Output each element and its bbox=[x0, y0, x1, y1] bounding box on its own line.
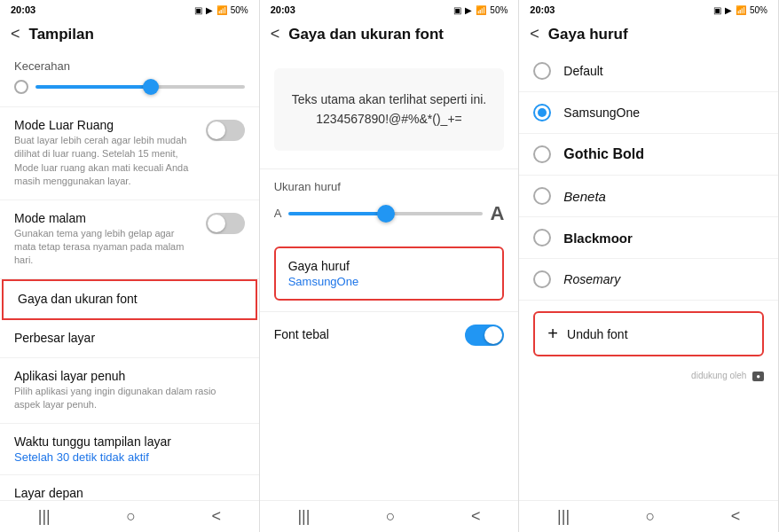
notification-icon: ▣ bbox=[194, 5, 202, 15]
mode-malam-row: Mode malam Gunakan tema yang lebih gelap… bbox=[0, 200, 259, 279]
perbesar-layar-title: Perbesar layar bbox=[14, 331, 245, 345]
didukung-label: didukung oleh bbox=[691, 371, 746, 380]
plus-icon: + bbox=[547, 324, 558, 344]
font-label-samsungone: SamsungOne bbox=[563, 106, 640, 120]
font-size-max-label: A bbox=[490, 202, 504, 225]
nav-bar-2: < Gaya dan ukuran font bbox=[260, 20, 519, 51]
mode-luar-ruang-row: Mode Luar Ruang Buat layar lebih cerah a… bbox=[0, 107, 259, 200]
media-icon-3: ▶ bbox=[725, 5, 732, 15]
notification-icon-2: ▣ bbox=[453, 5, 461, 15]
nav-home-btn-2[interactable]: ○ bbox=[386, 507, 396, 526]
galaxy-store-logo: ● bbox=[752, 372, 764, 381]
gaya-huruf-value: SamsungOne bbox=[288, 275, 491, 288]
status-time-3: 20:03 bbox=[530, 4, 555, 15]
font-size-slider: A A bbox=[274, 202, 505, 225]
font-size-section: Ukuran huruf A A bbox=[260, 168, 519, 236]
battery-icon-2: 50% bbox=[490, 5, 508, 15]
panel-gaya-font: 20:03 ▣ ▶ 📶 50% < Gaya dan ukuran font T… bbox=[260, 0, 520, 532]
battery-icon: 50% bbox=[231, 5, 248, 15]
font-preview-chars: 1234567890!@#%&*()_+= bbox=[288, 109, 491, 129]
back-button-2[interactable]: < bbox=[271, 25, 280, 43]
font-size-min-label: A bbox=[274, 207, 282, 220]
font-preview-text: Teks utama akan terlihat seperti ini. bbox=[288, 90, 491, 109]
mode-malam-title: Mode malam bbox=[14, 211, 195, 225]
wifi-icon-2: 📶 bbox=[476, 5, 486, 15]
mode-malam-desc: Gunakan tema yang lebih gelap agar mata … bbox=[14, 227, 195, 268]
nav-menu-btn-1[interactable]: ||| bbox=[38, 507, 51, 526]
waktu-tunggu-value: Setelah 30 detik tidak aktif bbox=[14, 450, 245, 464]
nav-menu-btn-3[interactable]: ||| bbox=[557, 507, 570, 526]
mode-luar-title: Mode Luar Ruang bbox=[14, 118, 195, 132]
unduh-font-box[interactable]: + Unduh font bbox=[533, 311, 764, 356]
nav-back-btn-1[interactable]: < bbox=[211, 507, 221, 526]
brightness-track bbox=[14, 80, 245, 94]
back-button-1[interactable]: < bbox=[11, 25, 20, 43]
aplikasi-layar-row[interactable]: Aplikasi layar penuh Pilih aplikasi yang… bbox=[0, 358, 259, 424]
page-title-3: Gaya huruf bbox=[548, 26, 628, 43]
gaya-font-row[interactable]: Gaya dan ukuran font bbox=[2, 279, 257, 320]
notification-icon-3: ▣ bbox=[713, 5, 721, 15]
radio-blackmoor bbox=[533, 229, 551, 246]
page-title-1: Tampilan bbox=[29, 26, 94, 43]
nav-bar-1: < Tampilan bbox=[0, 20, 259, 51]
panel-tampilan: 20:03 ▣ ▶ 📶 50% < Tampilan Kecerahan Mod… bbox=[0, 0, 260, 532]
bottom-nav-2: ||| ○ < bbox=[260, 500, 519, 532]
gaya-font-title: Gaya dan ukuran font bbox=[18, 292, 241, 306]
status-icons-3: ▣ ▶ 📶 50% bbox=[713, 5, 767, 15]
font-item-beneta[interactable]: Beneta bbox=[519, 176, 778, 217]
font-preview-box: Teks utama akan terlihat seperti ini. 12… bbox=[274, 68, 505, 151]
mode-luar-desc: Buat layar lebih cerah agar lebih mudah … bbox=[14, 134, 195, 189]
waktu-tunggu-title: Waktu tunggu tampilan layar bbox=[14, 434, 245, 449]
status-icons-2: ▣ ▶ 📶 50% bbox=[453, 5, 508, 15]
content-area-1: Kecerahan Mode Luar Ruang Buat layar leb… bbox=[0, 51, 259, 500]
aplikasi-layar-title: Aplikasi layar penuh bbox=[14, 369, 245, 383]
battery-icon-3: 50% bbox=[750, 5, 767, 15]
status-icons-1: ▣ ▶ 📶 50% bbox=[194, 5, 248, 15]
bottom-nav-1: ||| ○ < bbox=[0, 500, 259, 532]
font-size-label: Ukuran huruf bbox=[274, 180, 505, 193]
status-time-2: 20:03 bbox=[271, 4, 295, 15]
back-button-3[interactable]: < bbox=[530, 25, 539, 43]
layar-depan-title: Layar depan bbox=[14, 486, 245, 500]
font-item-samsungone[interactable]: SamsungOne bbox=[519, 92, 778, 134]
font-tebal-label: Font tebal bbox=[274, 327, 329, 341]
media-icon: ▶ bbox=[206, 5, 213, 15]
brightness-label: Kecerahan bbox=[14, 59, 245, 73]
font-item-default[interactable]: Default bbox=[519, 51, 778, 92]
nav-home-btn-1[interactable]: ○ bbox=[126, 507, 136, 526]
status-time-1: 20:03 bbox=[11, 4, 35, 15]
font-item-gothic-bold[interactable]: Gothic Bold bbox=[519, 134, 778, 176]
font-list: Default SamsungOne Gothic Bold Beneta Bl… bbox=[519, 51, 778, 500]
font-size-track[interactable] bbox=[288, 212, 483, 215]
nav-back-btn-3[interactable]: < bbox=[731, 507, 741, 526]
wifi-icon: 📶 bbox=[216, 5, 227, 15]
panel-gaya-huruf: 20:03 ▣ ▶ 📶 50% < Gaya huruf Default Sam… bbox=[519, 0, 779, 532]
waktu-tunggu-row[interactable]: Waktu tunggu tampilan layar Setelah 30 d… bbox=[0, 424, 259, 475]
mode-malam-text: Mode malam Gunakan tema yang lebih gelap… bbox=[14, 211, 206, 268]
page-title-2: Gaya dan ukuran font bbox=[288, 26, 444, 43]
font-size-thumb bbox=[377, 205, 395, 223]
font-item-blackmoor[interactable]: Blackmoor bbox=[519, 217, 778, 259]
mode-luar-toggle[interactable] bbox=[206, 120, 245, 141]
font-item-rosemary[interactable]: Rosemary bbox=[519, 259, 778, 301]
font-tebal-toggle[interactable] bbox=[465, 325, 504, 346]
brightness-thumb bbox=[143, 79, 159, 95]
nav-home-btn-3[interactable]: ○ bbox=[645, 507, 655, 526]
radio-gothic-bold bbox=[533, 145, 551, 163]
nav-back-btn-2[interactable]: < bbox=[471, 507, 481, 526]
mode-malam-toggle[interactable] bbox=[206, 213, 245, 234]
aplikasi-layar-desc: Pilih aplikasi yang ingin digunakan dala… bbox=[14, 385, 245, 412]
brightness-min-icon bbox=[14, 80, 28, 94]
status-bar-1: 20:03 ▣ ▶ 📶 50% bbox=[0, 0, 259, 20]
nav-menu-btn-2[interactable]: ||| bbox=[297, 507, 310, 526]
font-label-blackmoor: Blackmoor bbox=[563, 231, 633, 246]
font-label-rosemary: Rosemary bbox=[563, 272, 620, 286]
wifi-icon-3: 📶 bbox=[736, 5, 746, 15]
status-bar-3: 20:03 ▣ ▶ 📶 50% bbox=[519, 0, 778, 20]
layar-depan-row[interactable]: Layar depan bbox=[0, 475, 259, 500]
gaya-huruf-title: Gaya huruf bbox=[288, 259, 491, 273]
perbesar-layar-row[interactable]: Perbesar layar bbox=[0, 320, 259, 358]
gaya-huruf-box[interactable]: Gaya huruf SamsungOne bbox=[274, 246, 505, 301]
didukung-row: didukung oleh ● bbox=[519, 367, 778, 385]
brightness-slider[interactable] bbox=[35, 85, 245, 89]
